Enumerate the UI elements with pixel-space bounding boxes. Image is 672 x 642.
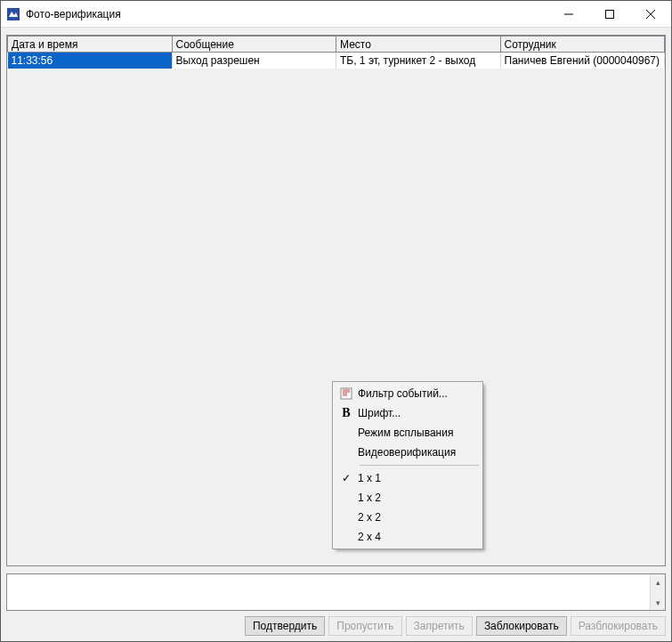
svg-rect-1 <box>606 10 614 18</box>
menu-item-label: 1 x 1 <box>358 472 468 484</box>
checkmark-icon: ✓ <box>335 472 358 484</box>
menu-item-label: 1 x 2 <box>358 492 468 504</box>
menu-item-label: Видеоверификация <box>358 446 468 459</box>
minimize-button[interactable] <box>548 1 589 27</box>
memo-text[interactable] <box>7 574 650 610</box>
skip-button[interactable]: Пропустить <box>328 616 401 636</box>
menu-item-label: 2 x 4 <box>358 531 468 543</box>
column-header[interactable]: Дата и время <box>8 37 173 53</box>
menu-item-label: Шрифт... <box>358 407 468 419</box>
table-cell[interactable]: Паничев Евгений (0000040967) <box>500 53 665 69</box>
table-cell[interactable]: ТБ, 1 эт, турникет 2 - выход <box>336 53 501 69</box>
table-row[interactable]: 11:33:56Выход разрешенТБ, 1 эт, турникет… <box>8 53 665 69</box>
menu-separator <box>360 465 479 466</box>
menu-item-layout[interactable]: 2 x 2 <box>335 508 481 527</box>
action-button-row: Подтвердить Пропустить Запретить Заблоки… <box>3 613 669 639</box>
menu-item-layout[interactable]: 1 x 2 <box>335 488 481 508</box>
table-cell[interactable]: 11:33:56 <box>8 53 173 69</box>
scroll-down-icon[interactable]: ▾ <box>651 595 665 610</box>
deny-button[interactable]: Запретить <box>406 616 473 636</box>
column-header[interactable]: Сотрудник <box>500 37 665 53</box>
app-icon <box>6 7 20 21</box>
close-button[interactable] <box>630 1 671 27</box>
maximize-button[interactable] <box>589 1 630 27</box>
menu-item[interactable]: BШрифт... <box>335 403 481 423</box>
filter-icon <box>335 387 358 400</box>
menu-item[interactable]: Видеоверификация <box>335 443 481 462</box>
memo-scrollbar[interactable]: ▴ ▾ <box>650 574 665 610</box>
confirm-button[interactable]: Подтвердить <box>245 616 325 636</box>
menu-item-layout[interactable]: ✓1 x 1 <box>335 468 481 488</box>
menu-item-label: Режим всплывания <box>358 427 468 439</box>
table-cell[interactable]: Выход разрешен <box>172 53 336 69</box>
titlebar: Фото-верификация <box>1 1 671 28</box>
client-area: Дата и времяСообщениеМестоСотрудник 11:3… <box>1 28 671 641</box>
bold-icon: B <box>335 406 358 420</box>
menu-item-label: 2 x 2 <box>358 511 468 524</box>
column-header[interactable]: Место <box>336 37 501 53</box>
context-menu: Фильтр событий...BШрифт...Режим всплыван… <box>332 381 483 549</box>
unblock-button[interactable]: Разблокировать <box>571 616 666 636</box>
app-window: Фото-верификация Дата и времяСообщениеМе… <box>0 0 672 642</box>
menu-item-layout[interactable]: 2 x 4 <box>335 527 481 547</box>
menu-item-label: Фильтр событий... <box>358 387 468 400</box>
block-button[interactable]: Заблокировать <box>476 616 567 636</box>
menu-item[interactable]: Режим всплывания <box>335 423 481 443</box>
menu-item[interactable]: Фильтр событий... <box>335 384 481 403</box>
column-header[interactable]: Сообщение <box>172 37 336 53</box>
scroll-up-icon[interactable]: ▴ <box>651 574 665 589</box>
window-title: Фото-верификация <box>26 8 548 20</box>
details-memo: ▴ ▾ <box>6 573 666 611</box>
